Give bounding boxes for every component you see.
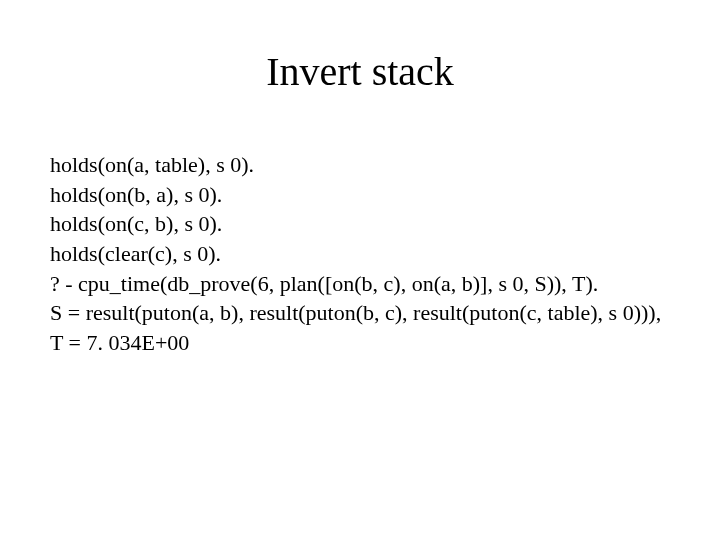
- slide-body: holds(on(a, table), s 0). holds(on(b, a)…: [50, 150, 680, 358]
- slide: Invert stack holds(on(a, table), s 0). h…: [0, 0, 720, 540]
- code-line: holds(on(b, a), s 0).: [50, 180, 680, 210]
- code-line: ? - cpu_time(db_prove(6, plan([on(b, c),…: [50, 269, 680, 299]
- code-line: holds(clear(c), s 0).: [50, 239, 680, 269]
- code-line: holds(on(c, b), s 0).: [50, 209, 680, 239]
- slide-title: Invert stack: [0, 48, 720, 95]
- code-line: S = result(puton(a, b), result(puton(b, …: [50, 298, 680, 328]
- code-line: holds(on(a, table), s 0).: [50, 150, 680, 180]
- code-line: T = 7. 034E+00: [50, 328, 680, 358]
